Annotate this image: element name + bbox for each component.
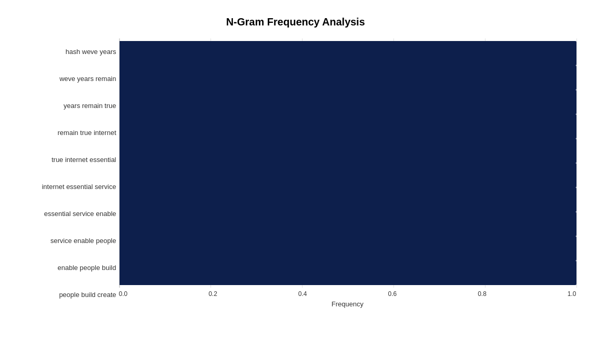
- x-axis: 0.00.20.40.60.81.0 Frequency: [119, 288, 576, 308]
- chart-container: N-Gram Frequency Analysis hash weve year…: [10, 6, 582, 359]
- bar: [120, 90, 576, 114]
- bar: [120, 41, 576, 65]
- grid-and-bars: [119, 38, 576, 288]
- x-ticks: 0.00.20.40.60.81.0: [119, 288, 576, 298]
- chart-title: N-Gram Frequency Analysis: [15, 16, 576, 28]
- y-axis-label: true internet essential: [15, 146, 116, 173]
- x-tick-label: 0.0: [119, 290, 128, 298]
- bar-row: [120, 139, 576, 163]
- bar-row: [120, 261, 576, 285]
- y-axis: hash weve yearsweve years remainyears re…: [15, 38, 119, 308]
- x-tick-label: 0.4: [298, 290, 307, 298]
- y-axis-label: enable people build: [15, 254, 116, 281]
- y-axis-label: years remain true: [15, 92, 116, 119]
- bar-row: [120, 212, 576, 236]
- bar: [120, 65, 576, 90]
- bar: [120, 187, 576, 212]
- x-tick-label: 0.2: [208, 290, 217, 298]
- plot-area: 0.00.20.40.60.81.0 Frequency: [119, 38, 576, 308]
- bar: [120, 114, 576, 139]
- bar: [120, 236, 576, 261]
- y-axis-label: hash weve years: [15, 38, 116, 65]
- x-tick-label: 1.0: [568, 290, 576, 298]
- y-axis-label: weve years remain: [15, 65, 116, 92]
- x-axis-label: Frequency: [119, 300, 576, 308]
- x-tick-label: 0.8: [478, 290, 487, 298]
- y-axis-label: internet essential service: [15, 173, 116, 200]
- bar-row: [120, 163, 576, 187]
- bar-row: [120, 41, 576, 65]
- bar-row: [120, 65, 576, 90]
- x-tick-label: 0.6: [388, 290, 397, 298]
- bar-row: [120, 236, 576, 261]
- grid-line: [576, 38, 577, 288]
- bars-container: [120, 38, 576, 288]
- y-axis-label: essential service enable: [15, 200, 116, 227]
- y-axis-label: remain true internet: [15, 119, 116, 146]
- bar-row: [120, 90, 576, 114]
- bar: [120, 212, 576, 236]
- y-axis-label: service enable people: [15, 227, 116, 254]
- y-axis-label: people build create: [15, 281, 116, 308]
- bar-row: [120, 114, 576, 139]
- bar-row: [120, 187, 576, 212]
- bar: [120, 139, 576, 163]
- bar: [120, 261, 576, 285]
- chart-body: hash weve yearsweve years remainyears re…: [15, 38, 576, 308]
- bar: [120, 163, 576, 187]
